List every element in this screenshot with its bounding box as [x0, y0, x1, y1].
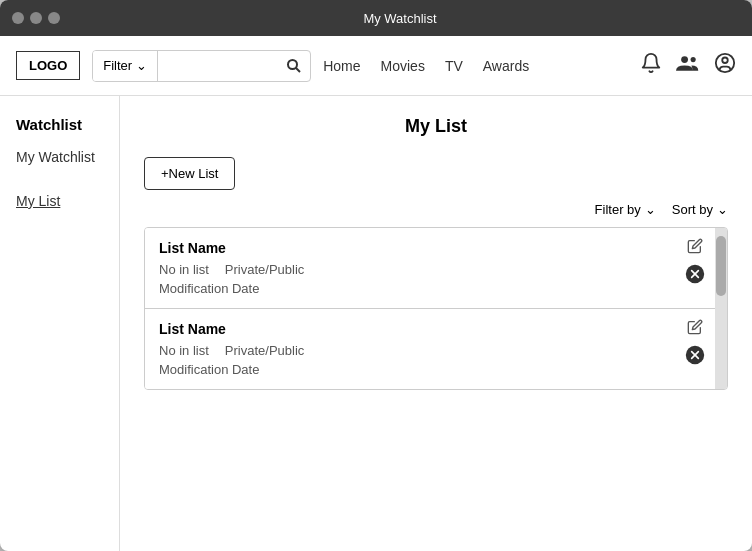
- filter-by-chevron-icon: ⌄: [645, 202, 656, 217]
- app-window: My Watchlist LOGO Filter ⌄ Home Movies T…: [0, 0, 752, 551]
- group-icon[interactable]: [676, 52, 700, 79]
- delete-card-1-button[interactable]: [685, 264, 705, 289]
- content-area: My List +New List Filter by ⌄ Sort by ⌄: [120, 96, 752, 551]
- title-bar: My Watchlist: [0, 0, 752, 36]
- search-bar: Filter ⌄: [92, 50, 311, 82]
- nav-awards[interactable]: Awards: [483, 58, 529, 74]
- sort-by-label: Sort by: [672, 202, 713, 217]
- window-title: My Watchlist: [60, 11, 740, 26]
- new-list-button[interactable]: +New List: [144, 157, 235, 190]
- list-card-name-2: List Name: [159, 321, 701, 337]
- list-card-privacy-2: Private/Public: [225, 343, 304, 358]
- traffic-light-minimize: [30, 12, 42, 24]
- header: LOGO Filter ⌄ Home Movies TV Awards: [0, 36, 752, 96]
- svg-point-0: [288, 60, 297, 69]
- toolbar: +New List: [144, 157, 728, 190]
- traffic-light-maximize: [48, 12, 60, 24]
- list-container: List Name No in list Private/Public Modi…: [144, 227, 728, 390]
- traffic-light-close: [12, 12, 24, 24]
- list-card-meta-2: No in list Private/Public: [159, 343, 701, 358]
- sidebar-title: Watchlist: [16, 116, 103, 133]
- main: Watchlist My Watchlist My List My List +…: [0, 96, 752, 551]
- nav-movies[interactable]: Movies: [381, 58, 425, 74]
- filter-label: Filter: [103, 58, 132, 73]
- sort-by-chevron-icon: ⌄: [717, 202, 728, 217]
- delete-card-2-button[interactable]: [685, 345, 705, 370]
- list-card-count-1: No in list: [159, 262, 209, 277]
- scrollbar-thumb: [716, 236, 726, 296]
- sort-by-button[interactable]: Sort by ⌄: [672, 202, 728, 217]
- filter-button[interactable]: Filter ⌄: [93, 51, 158, 81]
- sidebar-item-mywatchlist[interactable]: My Watchlist: [16, 149, 103, 165]
- list-item: List Name No in list Private/Public Modi…: [145, 228, 715, 309]
- search-button[interactable]: [278, 58, 310, 74]
- scrollbar[interactable]: [715, 228, 727, 389]
- svg-point-2: [681, 56, 688, 63]
- list-card-meta-1: No in list Private/Public: [159, 262, 701, 277]
- nav-home[interactable]: Home: [323, 58, 360, 74]
- card-actions-1: [685, 238, 705, 289]
- edit-icon: [687, 319, 703, 335]
- page-title: My List: [144, 116, 728, 137]
- header-icons: [640, 52, 736, 79]
- filter-chevron-icon: ⌄: [136, 58, 147, 73]
- traffic-lights: [12, 12, 60, 24]
- search-input[interactable]: [158, 58, 278, 73]
- filter-by-button[interactable]: Filter by ⌄: [595, 202, 656, 217]
- sidebar: Watchlist My Watchlist My List: [0, 96, 120, 551]
- notifications-icon[interactable]: [640, 52, 662, 79]
- logo: LOGO: [16, 51, 80, 80]
- card-actions-2: [685, 319, 705, 370]
- list-card-name-1: List Name: [159, 240, 701, 256]
- nav-tv[interactable]: TV: [445, 58, 463, 74]
- sidebar-item-mylist[interactable]: My List: [16, 193, 103, 209]
- list-card-date-2: Modification Date: [159, 362, 701, 377]
- edit-card-2-button[interactable]: [687, 319, 703, 339]
- list-items: List Name No in list Private/Public Modi…: [145, 228, 715, 389]
- svg-point-3: [691, 57, 696, 62]
- svg-point-5: [722, 58, 728, 64]
- nav-links: Home Movies TV Awards: [323, 58, 628, 74]
- filter-by-label: Filter by: [595, 202, 641, 217]
- search-icon: [286, 58, 302, 74]
- user-icon[interactable]: [714, 52, 736, 79]
- filter-sort-row: Filter by ⌄ Sort by ⌄: [144, 202, 728, 217]
- list-card-date-1: Modification Date: [159, 281, 701, 296]
- close-circle-icon: [685, 345, 705, 365]
- edit-card-1-button[interactable]: [687, 238, 703, 258]
- svg-line-1: [296, 68, 300, 72]
- list-card-privacy-1: Private/Public: [225, 262, 304, 277]
- edit-icon: [687, 238, 703, 254]
- list-item: List Name No in list Private/Public Modi…: [145, 309, 715, 389]
- list-card-count-2: No in list: [159, 343, 209, 358]
- close-circle-icon: [685, 264, 705, 284]
